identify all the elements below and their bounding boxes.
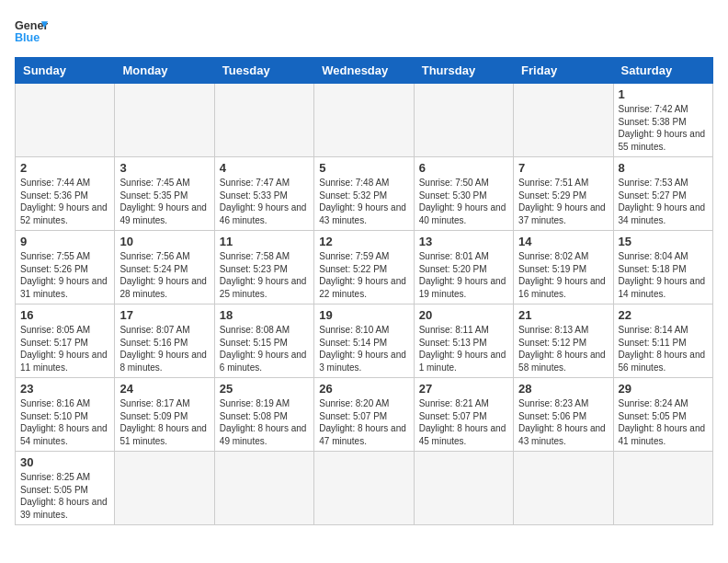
day-number: 21 xyxy=(518,308,608,322)
calendar-cell xyxy=(115,84,214,157)
day-info: Sunrise: 8:01 AM Sunset: 5:20 PM Dayligh… xyxy=(419,250,508,300)
day-header-saturday: Saturday xyxy=(613,58,712,84)
calendar-cell: 26Sunrise: 8:20 AM Sunset: 5:07 PM Dayli… xyxy=(314,378,414,452)
day-info: Sunrise: 8:20 AM Sunset: 5:07 PM Dayligh… xyxy=(319,397,408,447)
calendar-cell: 28Sunrise: 8:23 AM Sunset: 5:06 PM Dayli… xyxy=(514,378,613,452)
calendar-cell: 27Sunrise: 8:21 AM Sunset: 5:07 PM Dayli… xyxy=(414,378,513,452)
calendar-cell: 12Sunrise: 7:59 AM Sunset: 5:22 PM Dayli… xyxy=(314,231,414,304)
calendar-cell: 10Sunrise: 7:56 AM Sunset: 5:24 PM Dayli… xyxy=(115,231,214,304)
day-number: 23 xyxy=(20,382,109,396)
day-number: 12 xyxy=(319,235,408,248)
day-info: Sunrise: 8:25 AM Sunset: 5:05 PM Dayligh… xyxy=(20,471,109,521)
calendar-cell xyxy=(514,452,613,525)
day-number: 27 xyxy=(419,382,508,396)
calendar-cell: 2Sunrise: 7:44 AM Sunset: 5:36 PM Daylig… xyxy=(16,157,115,231)
logo: General Blue xyxy=(15,15,50,48)
day-header-sunday: Sunday xyxy=(16,58,115,84)
day-number: 22 xyxy=(619,308,708,322)
day-info: Sunrise: 8:02 AM Sunset: 5:19 PM Dayligh… xyxy=(518,250,608,300)
day-number: 26 xyxy=(319,382,408,396)
day-number: 4 xyxy=(220,161,309,175)
calendar-cell: 7Sunrise: 7:51 AM Sunset: 5:29 PM Daylig… xyxy=(514,157,613,231)
calendar-cell xyxy=(314,452,414,525)
calendar-cell: 1Sunrise: 7:42 AM Sunset: 5:38 PM Daylig… xyxy=(613,84,712,157)
day-number: 24 xyxy=(119,382,209,396)
day-info: Sunrise: 7:50 AM Sunset: 5:30 PM Dayligh… xyxy=(419,177,508,226)
calendar-cell: 3Sunrise: 7:45 AM Sunset: 5:35 PM Daylig… xyxy=(115,157,214,231)
day-number: 5 xyxy=(319,161,408,175)
day-header-friday: Friday xyxy=(514,58,613,84)
day-number: 18 xyxy=(220,308,309,322)
week-row-5: 23Sunrise: 8:16 AM Sunset: 5:10 PM Dayli… xyxy=(16,378,713,452)
calendar-cell xyxy=(414,84,513,157)
calendar-cell xyxy=(16,84,115,157)
day-number: 15 xyxy=(619,235,708,248)
day-info: Sunrise: 8:24 AM Sunset: 5:05 PM Dayligh… xyxy=(619,397,708,447)
day-header-thursday: Thursday xyxy=(414,58,513,84)
calendar-cell: 11Sunrise: 7:58 AM Sunset: 5:23 PM Dayli… xyxy=(214,231,313,304)
calendar-cell: 24Sunrise: 8:17 AM Sunset: 5:09 PM Dayli… xyxy=(115,378,214,452)
day-info: Sunrise: 7:51 AM Sunset: 5:29 PM Dayligh… xyxy=(518,177,608,226)
day-number: 20 xyxy=(419,308,508,322)
day-info: Sunrise: 8:13 AM Sunset: 5:12 PM Dayligh… xyxy=(518,324,608,373)
calendar-cell xyxy=(613,452,712,525)
day-info: Sunrise: 8:07 AM Sunset: 5:16 PM Dayligh… xyxy=(119,324,209,373)
day-number: 17 xyxy=(119,308,209,322)
day-number: 25 xyxy=(220,382,309,396)
day-info: Sunrise: 8:17 AM Sunset: 5:09 PM Dayligh… xyxy=(119,397,209,447)
calendar-cell: 23Sunrise: 8:16 AM Sunset: 5:10 PM Dayli… xyxy=(16,378,115,452)
calendar-cell: 21Sunrise: 8:13 AM Sunset: 5:12 PM Dayli… xyxy=(514,304,613,378)
day-header-wednesday: Wednesday xyxy=(314,58,414,84)
day-number: 11 xyxy=(220,235,309,248)
day-info: Sunrise: 7:59 AM Sunset: 5:22 PM Dayligh… xyxy=(319,250,408,300)
day-number: 10 xyxy=(119,235,209,248)
day-info: Sunrise: 8:08 AM Sunset: 5:15 PM Dayligh… xyxy=(220,324,309,373)
day-info: Sunrise: 8:05 AM Sunset: 5:17 PM Dayligh… xyxy=(20,324,109,373)
week-row-1: 1Sunrise: 7:42 AM Sunset: 5:38 PM Daylig… xyxy=(16,84,713,157)
day-info: Sunrise: 8:04 AM Sunset: 5:18 PM Dayligh… xyxy=(619,250,708,300)
day-info: Sunrise: 7:53 AM Sunset: 5:27 PM Dayligh… xyxy=(619,177,708,226)
page-header: General Blue xyxy=(15,15,713,48)
day-number: 6 xyxy=(419,161,508,175)
calendar-cell xyxy=(115,452,214,525)
day-number: 9 xyxy=(20,235,109,248)
svg-text:Blue: Blue xyxy=(15,31,40,44)
day-info: Sunrise: 8:23 AM Sunset: 5:06 PM Dayligh… xyxy=(518,397,608,447)
day-info: Sunrise: 7:44 AM Sunset: 5:36 PM Dayligh… xyxy=(20,177,109,226)
calendar-cell xyxy=(214,84,313,157)
day-number: 7 xyxy=(518,161,608,175)
day-info: Sunrise: 8:14 AM Sunset: 5:11 PM Dayligh… xyxy=(619,324,708,373)
day-headers-row: SundayMondayTuesdayWednesdayThursdayFrid… xyxy=(16,58,713,84)
day-info: Sunrise: 7:47 AM Sunset: 5:33 PM Dayligh… xyxy=(220,177,309,226)
day-number: 19 xyxy=(319,308,408,322)
day-info: Sunrise: 8:10 AM Sunset: 5:14 PM Dayligh… xyxy=(319,324,408,373)
day-info: Sunrise: 7:58 AM Sunset: 5:23 PM Dayligh… xyxy=(220,250,309,300)
week-row-2: 2Sunrise: 7:44 AM Sunset: 5:36 PM Daylig… xyxy=(16,157,713,231)
day-header-tuesday: Tuesday xyxy=(214,58,313,84)
week-row-6: 30Sunrise: 8:25 AM Sunset: 5:05 PM Dayli… xyxy=(16,452,713,525)
calendar-cell: 8Sunrise: 7:53 AM Sunset: 5:27 PM Daylig… xyxy=(613,157,712,231)
day-number: 14 xyxy=(518,235,608,248)
day-number: 30 xyxy=(20,455,109,469)
week-row-4: 16Sunrise: 8:05 AM Sunset: 5:17 PM Dayli… xyxy=(16,304,713,378)
calendar-cell: 25Sunrise: 8:19 AM Sunset: 5:08 PM Dayli… xyxy=(214,378,313,452)
calendar-cell: 17Sunrise: 8:07 AM Sunset: 5:16 PM Dayli… xyxy=(115,304,214,378)
calendar-cell: 18Sunrise: 8:08 AM Sunset: 5:15 PM Dayli… xyxy=(214,304,313,378)
calendar-cell: 22Sunrise: 8:14 AM Sunset: 5:11 PM Dayli… xyxy=(613,304,712,378)
day-number: 13 xyxy=(419,235,508,248)
day-number: 28 xyxy=(518,382,608,396)
day-info: Sunrise: 8:11 AM Sunset: 5:13 PM Dayligh… xyxy=(419,324,508,373)
day-number: 3 xyxy=(119,161,209,175)
day-info: Sunrise: 8:21 AM Sunset: 5:07 PM Dayligh… xyxy=(419,397,508,447)
calendar-cell: 15Sunrise: 8:04 AM Sunset: 5:18 PM Dayli… xyxy=(613,231,712,304)
day-info: Sunrise: 7:56 AM Sunset: 5:24 PM Dayligh… xyxy=(119,250,209,300)
calendar-cell: 5Sunrise: 7:48 AM Sunset: 5:32 PM Daylig… xyxy=(314,157,414,231)
week-row-3: 9Sunrise: 7:55 AM Sunset: 5:26 PM Daylig… xyxy=(16,231,713,304)
calendar-cell xyxy=(514,84,613,157)
calendar-cell xyxy=(314,84,414,157)
calendar-cell: 14Sunrise: 8:02 AM Sunset: 5:19 PM Dayli… xyxy=(514,231,613,304)
calendar-cell: 16Sunrise: 8:05 AM Sunset: 5:17 PM Dayli… xyxy=(16,304,115,378)
day-number: 2 xyxy=(20,161,109,175)
day-header-monday: Monday xyxy=(115,58,214,84)
calendar-cell xyxy=(414,452,513,525)
